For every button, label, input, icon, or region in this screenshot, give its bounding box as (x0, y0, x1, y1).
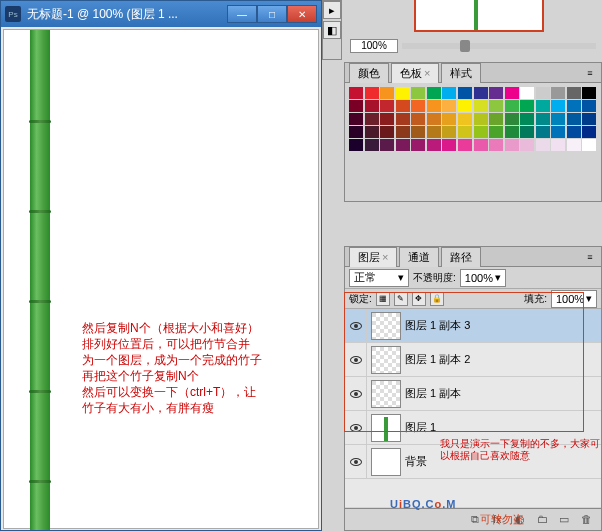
close-button[interactable]: ✕ (287, 5, 317, 23)
layer-name[interactable]: 图层 1 副本 (405, 386, 601, 401)
color-swatch[interactable] (489, 139, 503, 151)
color-swatch[interactable] (489, 87, 503, 99)
lock-position-icon[interactable]: ✥ (412, 292, 426, 306)
color-swatch[interactable] (551, 113, 565, 125)
color-swatch[interactable] (411, 100, 425, 112)
layer-thumbnail[interactable] (371, 312, 401, 340)
panel-menu-icon[interactable]: ≡ (583, 250, 597, 264)
layer-thumbnail[interactable] (371, 448, 401, 476)
color-swatch[interactable] (349, 113, 363, 125)
layer-name[interactable]: 图层 1 副本 2 (405, 352, 601, 367)
color-swatch[interactable] (520, 139, 534, 151)
color-swatch[interactable] (442, 139, 456, 151)
layer-name[interactable]: 图层 1 (405, 420, 601, 435)
color-swatch[interactable] (442, 113, 456, 125)
color-swatch[interactable] (520, 113, 534, 125)
lock-all-icon[interactable]: 🔒 (430, 292, 444, 306)
visibility-toggle[interactable] (345, 411, 367, 445)
color-swatch[interactable] (582, 113, 596, 125)
color-swatch[interactable] (411, 139, 425, 151)
delete-layer-icon[interactable]: 🗑 (581, 513, 595, 527)
color-swatch[interactable] (551, 126, 565, 138)
tab-paths[interactable]: 路径 (441, 247, 481, 267)
color-swatch[interactable] (427, 126, 441, 138)
color-swatch[interactable] (380, 113, 394, 125)
color-swatch[interactable] (442, 126, 456, 138)
layer-name[interactable]: 图层 1 副本 3 (405, 318, 601, 333)
color-swatch[interactable] (536, 113, 550, 125)
color-swatch[interactable] (536, 87, 550, 99)
visibility-toggle[interactable] (345, 343, 367, 377)
color-swatch[interactable] (474, 113, 488, 125)
color-swatch[interactable] (349, 87, 363, 99)
zoom-input[interactable]: 100% (350, 39, 398, 53)
opacity-input[interactable]: 100%▾ (460, 269, 506, 287)
visibility-toggle[interactable] (345, 309, 367, 343)
color-swatch[interactable] (442, 100, 456, 112)
expand-panel-button[interactable]: ▸ (323, 1, 341, 19)
color-swatch[interactable] (505, 139, 519, 151)
color-swatch[interactable] (567, 139, 581, 151)
color-swatch[interactable] (520, 100, 534, 112)
color-swatch[interactable] (396, 87, 410, 99)
zoom-slider-thumb[interactable] (460, 40, 470, 52)
color-swatch[interactable] (411, 113, 425, 125)
color-swatch[interactable] (458, 126, 472, 138)
zoom-slider[interactable] (402, 43, 596, 49)
color-swatch[interactable] (551, 139, 565, 151)
color-swatch[interactable] (396, 126, 410, 138)
lock-paint-icon[interactable]: ✎ (394, 292, 408, 306)
canvas[interactable]: 然后复制N个（根据大小和喜好） 排列好位置后，可以把竹节合并 为一个图层，成为一… (3, 29, 319, 529)
maximize-button[interactable]: □ (257, 5, 287, 23)
tab-close-icon[interactable]: × (424, 67, 430, 79)
color-swatch[interactable] (474, 87, 488, 99)
panel-menu-icon[interactable]: ≡ (583, 66, 597, 80)
color-swatch[interactable] (505, 126, 519, 138)
color-swatch[interactable] (427, 100, 441, 112)
tab-close-icon[interactable]: × (382, 251, 388, 263)
tab-styles[interactable]: 样式 (441, 63, 481, 83)
color-swatch[interactable] (411, 87, 425, 99)
layer-thumbnail[interactable] (371, 380, 401, 408)
color-swatch[interactable] (489, 100, 503, 112)
layer-thumbnail[interactable] (371, 346, 401, 374)
titlebar[interactable]: Ps 无标题-1 @ 100% (图层 1 ... — □ ✕ (1, 1, 321, 27)
color-swatch[interactable] (365, 113, 379, 125)
navigator-thumbnail[interactable] (414, 0, 544, 32)
layer-row[interactable]: 图层 1 副本 2 (345, 343, 601, 377)
color-swatch[interactable] (567, 87, 581, 99)
new-layer-icon[interactable]: ▭ (559, 513, 573, 527)
color-swatch[interactable] (411, 126, 425, 138)
color-swatch[interactable] (458, 87, 472, 99)
color-swatch[interactable] (567, 113, 581, 125)
layer-row[interactable]: 图层 1 副本 (345, 377, 601, 411)
color-swatch[interactable] (380, 100, 394, 112)
color-swatch[interactable] (396, 100, 410, 112)
color-swatch[interactable] (520, 87, 534, 99)
color-swatch[interactable] (551, 100, 565, 112)
color-swatch[interactable] (505, 100, 519, 112)
color-swatch[interactable] (489, 113, 503, 125)
color-swatch[interactable] (458, 113, 472, 125)
panel-icon-button[interactable]: ◧ (323, 21, 341, 39)
tab-channels[interactable]: 通道 (399, 247, 439, 267)
color-swatch[interactable] (349, 126, 363, 138)
color-swatch[interactable] (474, 139, 488, 151)
color-swatch[interactable] (536, 126, 550, 138)
color-swatch[interactable] (458, 100, 472, 112)
visibility-toggle[interactable] (345, 445, 367, 479)
color-swatch[interactable] (427, 139, 441, 151)
color-swatch[interactable] (442, 87, 456, 99)
color-swatch[interactable] (380, 87, 394, 99)
color-swatch[interactable] (582, 126, 596, 138)
layer-thumbnail[interactable] (371, 414, 401, 442)
color-swatch[interactable] (365, 87, 379, 99)
color-swatch[interactable] (365, 139, 379, 151)
color-swatch[interactable] (349, 139, 363, 151)
color-swatch[interactable] (349, 100, 363, 112)
color-swatch[interactable] (536, 100, 550, 112)
color-swatch[interactable] (582, 100, 596, 112)
new-group-icon[interactable]: 🗀 (537, 513, 551, 527)
tab-layers[interactable]: 图层× (349, 247, 397, 267)
color-swatch[interactable] (396, 113, 410, 125)
